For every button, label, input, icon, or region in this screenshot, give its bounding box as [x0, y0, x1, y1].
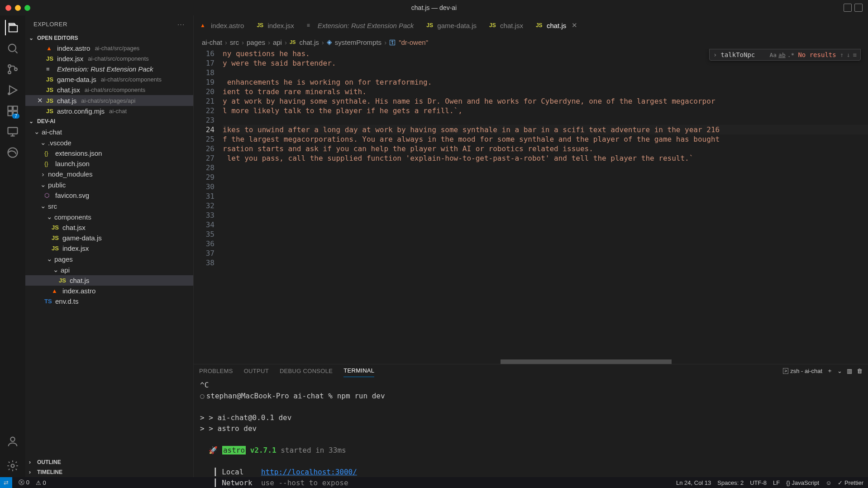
- folder-pages[interactable]: ⌄pages: [25, 254, 193, 264]
- horizontal-scrollbar[interactable]: [501, 359, 672, 364]
- file-index-astro[interactable]: ▲index.astro: [25, 286, 193, 296]
- panel-tab-output[interactable]: OUTPUT: [244, 365, 269, 377]
- editor-tab[interactable]: JSgame-data.js: [420, 15, 483, 35]
- file-launch-json[interactable]: {}launch.json: [25, 158, 193, 169]
- breadcrumb[interactable]: ai-chat› src› pages› api› JSchat.js› ◈sy…: [194, 35, 868, 49]
- terminal-output[interactable]: ^C ○stephan@MacBook-Pro ai-chat % npm ru…: [194, 377, 868, 488]
- folder-vscode[interactable]: ⌄.vscode: [25, 137, 193, 148]
- editor-tab[interactable]: JSindex.jsx: [250, 15, 300, 35]
- terminal-dropdown-icon[interactable]: ⌄: [837, 368, 842, 374]
- status-eol[interactable]: LF: [773, 479, 780, 486]
- close-icon[interactable]: ✕: [37, 96, 43, 105]
- find-widget: › talkToNpc Aa ab .* No results ↑ ↓ ≡: [709, 49, 861, 61]
- run-debug-button[interactable]: [5, 82, 20, 98]
- svg-point-11: [10, 437, 14, 441]
- open-editor-item[interactable]: ▲index.astroai-chat/src/pages: [25, 43, 193, 53]
- editor-tab[interactable]: JSchat.js✕: [529, 15, 584, 35]
- folder-public[interactable]: ⌄public: [25, 179, 193, 190]
- svg-point-1: [8, 65, 11, 67]
- close-tab-icon[interactable]: ✕: [572, 21, 578, 29]
- status-warnings[interactable]: ⚠ 0: [36, 479, 46, 486]
- sidebar-toggle-icon[interactable]: [854, 4, 863, 12]
- terminal-selector[interactable]: > zsh - ai-chat: [783, 368, 822, 374]
- status-cursor[interactable]: Ln 24, Col 13: [676, 479, 711, 486]
- remote-indicator[interactable]: ⇄: [0, 477, 12, 488]
- editor-tabs: ▲index.astroJSindex.jsx≡Extension: Rust …: [194, 15, 868, 35]
- svg-rect-7: [8, 111, 12, 115]
- panel-toggle-icon[interactable]: [844, 4, 852, 12]
- new-terminal-icon[interactable]: ＋: [827, 367, 833, 375]
- folder-ai-chat[interactable]: ⌄ai-chat: [25, 126, 193, 137]
- panel-tab-debug[interactable]: DEBUG CONSOLE: [280, 365, 333, 377]
- source-control-button[interactable]: [5, 62, 20, 77]
- outline-section[interactable]: ›OUTLINE: [25, 457, 193, 467]
- kill-terminal-icon[interactable]: 🗑: [857, 368, 863, 374]
- window-close-button[interactable]: [5, 5, 11, 11]
- svg-point-10: [8, 148, 18, 158]
- editor-tab[interactable]: ▲index.astro: [194, 15, 250, 35]
- extensions-button[interactable]: 7: [5, 103, 20, 119]
- find-input[interactable]: talkToNpc: [720, 51, 766, 58]
- panel-tab-terminal[interactable]: TERMINAL: [343, 364, 374, 377]
- find-next-icon[interactable]: ↓: [846, 51, 850, 58]
- file-game-data[interactable]: JSgame-data.js: [25, 233, 193, 243]
- sidebar-title: EXPLORER: [33, 21, 67, 28]
- find-expand-icon[interactable]: ›: [713, 51, 717, 58]
- svg-point-0: [9, 44, 16, 52]
- window-minimize-button[interactable]: [15, 5, 21, 11]
- window-title: chat.js — dev-ai: [411, 4, 457, 11]
- editor-tab[interactable]: ≡Extension: Rust Extension Pack: [300, 15, 420, 35]
- open-editor-item[interactable]: ≡Extension: Rust Extension Pack: [25, 64, 193, 74]
- settings-button[interactable]: [5, 458, 20, 474]
- explorer-view-button[interactable]: [5, 20, 20, 35]
- open-editors-section[interactable]: ⌄OPEN EDITORS: [25, 33, 193, 43]
- remote-explorer-button[interactable]: [5, 124, 20, 139]
- editor-body[interactable]: 1617181920212223242526272829303132333435…: [194, 49, 868, 364]
- svg-rect-5: [8, 106, 12, 110]
- open-editor-item[interactable]: JSindex.jsxai-chat/src/components: [25, 53, 193, 64]
- svg-point-4: [8, 93, 10, 95]
- status-language[interactable]: {} JavaScript: [786, 479, 819, 486]
- folder-src[interactable]: ⌄src: [25, 201, 193, 211]
- svg-rect-9: [8, 128, 18, 134]
- open-editor-item[interactable]: JSchat.jsxai-chat/src/components: [25, 85, 193, 95]
- file-index-jsx[interactable]: JSindex.jsx: [25, 243, 193, 254]
- split-terminal-icon[interactable]: ▥: [847, 368, 852, 374]
- status-encoding[interactable]: UTF-8: [750, 479, 767, 486]
- file-chat-jsx[interactable]: JSchat.jsx: [25, 222, 193, 233]
- folder-node-modules[interactable]: ›node_modules: [25, 169, 193, 179]
- find-prev-icon[interactable]: ↑: [840, 51, 844, 58]
- svg-rect-6: [13, 106, 17, 110]
- extensions-badge: 7: [12, 114, 19, 119]
- bottom-panel: PROBLEMS OUTPUT DEBUG CONSOLE TERMINAL >…: [194, 364, 868, 477]
- window-maximize-button[interactable]: [24, 5, 30, 11]
- open-editor-item[interactable]: JSastro.config.mjsai-chat: [25, 106, 193, 116]
- status-errors[interactable]: ⓧ 0: [19, 478, 29, 487]
- edge-tools-button[interactable]: [5, 145, 20, 160]
- folder-components[interactable]: ⌄components: [25, 211, 193, 222]
- timeline-section[interactable]: ›TIMELINE: [25, 467, 193, 477]
- regex-icon[interactable]: .*: [787, 52, 795, 58]
- status-feedback-icon[interactable]: ☺: [825, 479, 831, 486]
- status-spaces[interactable]: Spaces: 2: [717, 479, 744, 486]
- file-chat-js[interactable]: JSchat.js: [25, 275, 193, 286]
- file-env-dts[interactable]: TSenv.d.ts: [25, 296, 193, 306]
- accounts-button[interactable]: [5, 434, 20, 449]
- editor-tab[interactable]: JSchat.jsx: [483, 15, 529, 35]
- project-section[interactable]: ⌄DEV-AI: [25, 116, 193, 126]
- panel-tab-problems[interactable]: PROBLEMS: [199, 365, 233, 377]
- file-extensions-json[interactable]: {}extensions.json: [25, 148, 193, 158]
- open-editor-item[interactable]: JSgame-data.jsai-chat/src/components: [25, 74, 193, 85]
- find-close-icon[interactable]: ≡: [853, 51, 857, 58]
- match-word-icon[interactable]: ab: [778, 52, 786, 58]
- titlebar: chat.js — dev-ai: [0, 0, 868, 15]
- explorer-more-icon[interactable]: ···: [177, 21, 185, 28]
- search-view-button[interactable]: [5, 41, 20, 56]
- status-prettier[interactable]: ✓ Prettier: [838, 479, 863, 486]
- folder-api[interactable]: ⌄api: [25, 264, 193, 275]
- find-results: No results: [798, 51, 836, 58]
- svg-point-2: [8, 71, 11, 74]
- open-editor-item[interactable]: ✕JSchat.jsai-chat/src/pages/api: [25, 95, 193, 106]
- file-favicon[interactable]: ⬡favicon.svg: [25, 190, 193, 201]
- match-case-icon[interactable]: Aa: [769, 52, 777, 58]
